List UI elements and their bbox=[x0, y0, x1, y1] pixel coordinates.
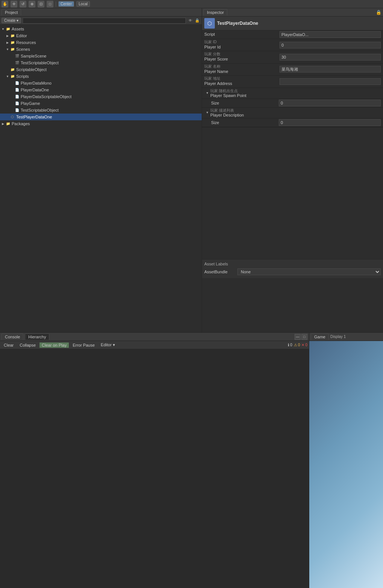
hierarchy-tab[interactable]: Hierarchy bbox=[25, 333, 49, 340]
project-tab-bar: Project bbox=[0, 8, 202, 17]
description-size-label: Size bbox=[211, 120, 279, 125]
scriptable-obj-label: ScriptableObject bbox=[16, 67, 47, 72]
tree-item-player-data-mono[interactable]: 📄 PlayerDataMono bbox=[0, 80, 202, 86]
asset-bundle-label: AssetBundle bbox=[204, 270, 234, 274]
player-name-row: 玩家 名称 Player Name bbox=[202, 64, 383, 76]
scriptable-obj-folder-icon: 📁 bbox=[10, 67, 15, 72]
game-content bbox=[309, 341, 383, 588]
project-icon-group: 👁 🔒 bbox=[187, 18, 200, 24]
test-player-data-one-label: TestPlayerDataOne bbox=[16, 115, 52, 119]
asset-bundle-select[interactable]: None bbox=[237, 268, 381, 275]
description-arrow: ▼ bbox=[206, 111, 209, 114]
lock-icon[interactable]: 🔒 bbox=[194, 18, 200, 24]
console-panel: Console Hierarchy — □ Clear Collapse Cle… bbox=[0, 333, 309, 588]
spawn-point-size-label: Size bbox=[211, 101, 279, 105]
game-tab[interactable]: Game bbox=[311, 333, 329, 340]
spawn-point-en: Player Spawn Point bbox=[210, 93, 246, 98]
clear-on-play-button[interactable]: Clear on Play bbox=[40, 342, 69, 348]
info-counter: ℹ 0 bbox=[288, 343, 292, 347]
console-tab-bar: Console Hierarchy — □ bbox=[0, 333, 309, 341]
packages-label: Packages bbox=[12, 121, 30, 126]
player-name-value[interactable] bbox=[280, 66, 381, 73]
tree-item-assets[interactable]: ▼ 📁 Assets bbox=[0, 26, 202, 32]
create-button[interactable]: Create ▾ bbox=[2, 18, 21, 23]
center-button[interactable]: Center bbox=[58, 1, 74, 7]
main-toolbar: ✋ ✛ ↺ ⊕ ⊡ □ Center Local bbox=[0, 0, 383, 8]
test-scriptable-obj-label: TestScriptableObject bbox=[21, 108, 59, 112]
panel-maximize-btn[interactable]: □ bbox=[301, 334, 307, 340]
panel-controls: — □ bbox=[295, 334, 307, 340]
player-address-row: 玩家 地址 Player Address bbox=[202, 76, 383, 88]
tree-item-packages[interactable]: ▶ 📁 Packages bbox=[0, 120, 202, 127]
player-address-cn: 玩家 地址 bbox=[204, 76, 280, 81]
clear-button[interactable]: Clear bbox=[2, 342, 16, 348]
test-scriptable-obj-icon: 📄 bbox=[14, 108, 20, 113]
file-tree: ▼ 📁 Assets ▶ 📁 Editor ▶ 📁 Resources ▼ 📁 … bbox=[0, 25, 202, 332]
panel-minimize-btn[interactable]: — bbox=[295, 334, 301, 340]
player-data-mono-label: PlayerDataMono bbox=[21, 81, 52, 85]
assets-folder-icon: 📁 bbox=[5, 26, 11, 32]
collapse-button[interactable]: Collapse bbox=[17, 342, 38, 348]
tree-item-player-data-scriptable[interactable]: 📄 PlayerDataScriptableObject bbox=[0, 93, 202, 100]
game-tab-bar: Game Display 1 bbox=[309, 333, 383, 341]
script-label-block: Script bbox=[204, 32, 280, 37]
asset-bundle-row: AssetBundle None bbox=[204, 268, 381, 276]
player-address-label-block: 玩家 地址 Player Address bbox=[204, 76, 280, 86]
tree-item-sample-scene[interactable]: 🎬 SampleScene bbox=[0, 53, 202, 59]
rotate-tool-icon[interactable]: ↺ bbox=[20, 1, 26, 8]
spawn-point-arrow: ▼ bbox=[206, 91, 209, 95]
scripts-folder-icon: 📁 bbox=[10, 74, 15, 79]
inspector-content: ⬡ TestPlayerDataOne Script PlayerDataO..… bbox=[202, 17, 383, 332]
project-tab[interactable]: Project bbox=[2, 9, 21, 15]
inspector-tab[interactable]: Inspector bbox=[204, 9, 227, 15]
tree-item-test-scriptable[interactable]: 🎬 TestScriptableObject bbox=[0, 59, 202, 66]
tree-item-player-data-one[interactable]: 📄 PlayerDataOne bbox=[0, 86, 202, 93]
editor-dropdown-button[interactable]: Editor ▾ bbox=[99, 342, 117, 348]
tree-item-play-game[interactable]: 📄 PlayGame bbox=[0, 100, 202, 107]
player-score-cn: 玩家 分数 bbox=[204, 52, 280, 56]
tree-item-resources[interactable]: ▶ 📁 Resources bbox=[0, 39, 202, 46]
player-score-en: Player Score bbox=[204, 56, 280, 62]
scale-tool-icon[interactable]: ⊕ bbox=[29, 1, 35, 8]
tree-item-scenes[interactable]: ▼ 📁 Scenes bbox=[0, 46, 202, 53]
inspector-tab-bar: Inspector 🔒 bbox=[202, 8, 383, 17]
hand-tool-icon[interactable]: ✋ bbox=[2, 1, 8, 8]
game-display-label: Display 1 bbox=[330, 335, 346, 339]
info-icon: ℹ bbox=[288, 343, 289, 347]
player-score-value[interactable] bbox=[280, 54, 381, 61]
console-tab[interactable]: Console bbox=[2, 333, 23, 340]
editor-folder-icon: 📁 bbox=[10, 33, 15, 38]
tree-item-test-scriptable-obj[interactable]: 📄 TestScriptableObject bbox=[0, 107, 202, 114]
spawn-point-header[interactable]: ▼ 玩家 随机出生点 Player Spawn Point bbox=[202, 88, 383, 99]
rect-tool-icon[interactable]: ⊡ bbox=[38, 1, 44, 8]
transform-tool-icon[interactable]: □ bbox=[47, 1, 53, 8]
player-score-row: 玩家 分数 Player Score bbox=[202, 51, 383, 63]
spawn-point-size-value[interactable] bbox=[279, 100, 381, 106]
player-id-label-block: 玩家 ID Player Id bbox=[204, 40, 280, 50]
description-header[interactable]: ▼ 玩家 描述列表 Player Description bbox=[202, 108, 383, 118]
eye-icon[interactable]: 👁 bbox=[187, 18, 193, 24]
local-button[interactable]: Local bbox=[76, 1, 90, 7]
script-label: Script bbox=[204, 32, 280, 37]
error-pause-button[interactable]: Error Pause bbox=[70, 342, 97, 348]
error-counter: ✕ 0 bbox=[301, 343, 307, 347]
inspector-lock-icon[interactable]: 🔒 bbox=[376, 10, 381, 15]
player-address-en: Player Address bbox=[204, 81, 280, 86]
description-size-value[interactable] bbox=[279, 119, 381, 126]
player-id-value[interactable] bbox=[280, 42, 381, 48]
sample-scene-icon: 🎬 bbox=[14, 53, 20, 59]
tree-item-editor[interactable]: ▶ 📁 Editor bbox=[0, 32, 202, 39]
info-count: 0 bbox=[290, 343, 292, 347]
script-value[interactable]: PlayerDataO... bbox=[280, 31, 381, 38]
asset-labels-title: Asset Labels bbox=[204, 262, 381, 266]
tree-item-test-player-data-one[interactable]: ⬡ TestPlayerDataOne bbox=[0, 114, 202, 120]
warn-icon: ⚠ bbox=[294, 343, 297, 347]
tree-item-scriptable-obj[interactable]: 📁 ScriptableObject bbox=[0, 66, 202, 73]
player-address-value[interactable] bbox=[280, 78, 381, 85]
tree-item-scripts[interactable]: ▼ 📁 Scripts bbox=[0, 73, 202, 80]
scenes-label: Scenes bbox=[16, 47, 30, 52]
packages-arrow: ▶ bbox=[1, 121, 5, 126]
move-tool-icon[interactable]: ✛ bbox=[11, 1, 17, 8]
search-input[interactable] bbox=[23, 18, 186, 24]
game-panel: Game Display 1 bbox=[309, 333, 383, 588]
